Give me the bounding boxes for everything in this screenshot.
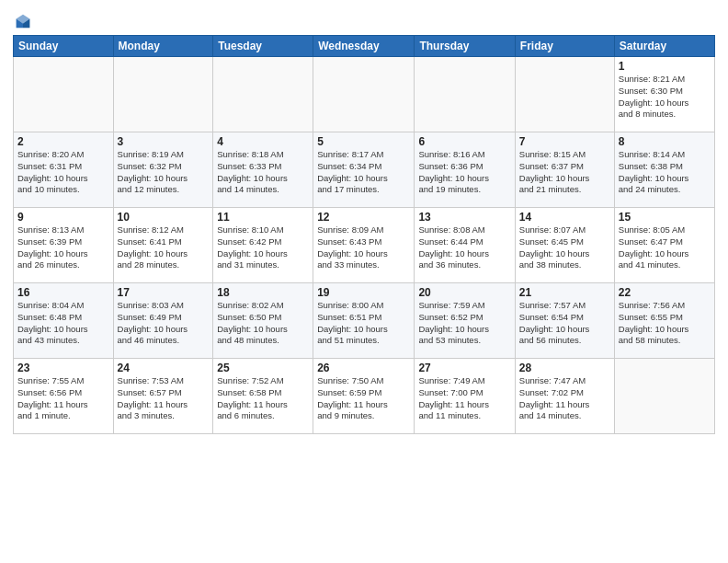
day-info: Sunrise: 7:49 AM Sunset: 7:00 PM Dayligh… xyxy=(418,375,510,422)
day-number: 1 xyxy=(619,60,711,73)
day-number: 22 xyxy=(619,286,711,299)
calendar-cell xyxy=(14,57,114,132)
day-number: 4 xyxy=(217,135,309,148)
day-number: 25 xyxy=(217,362,309,374)
calendar-cell: 16Sunrise: 8:04 AM Sunset: 6:48 PM Dayli… xyxy=(14,283,114,359)
logo-general xyxy=(13,13,31,29)
calendar-cell: 3Sunrise: 8:19 AM Sunset: 6:32 PM Daylig… xyxy=(113,132,213,208)
weekday-header-tuesday: Tuesday xyxy=(213,36,313,57)
calendar-cell: 4Sunrise: 8:18 AM Sunset: 6:33 PM Daylig… xyxy=(213,132,313,208)
day-info: Sunrise: 8:21 AM Sunset: 6:30 PM Dayligh… xyxy=(619,74,711,121)
day-info: Sunrise: 7:57 AM Sunset: 6:54 PM Dayligh… xyxy=(519,300,610,347)
calendar-cell: 24Sunrise: 7:53 AM Sunset: 6:57 PM Dayli… xyxy=(113,359,213,434)
logo xyxy=(13,13,31,29)
weekday-header-friday: Friday xyxy=(515,36,614,57)
day-number: 5 xyxy=(317,135,410,148)
calendar-cell: 15Sunrise: 8:05 AM Sunset: 6:47 PM Dayli… xyxy=(614,208,714,283)
day-info: Sunrise: 8:02 AM Sunset: 6:50 PM Dayligh… xyxy=(217,300,309,347)
weekday-header-saturday: Saturday xyxy=(614,36,714,57)
calendar-cell: 11Sunrise: 8:10 AM Sunset: 6:42 PM Dayli… xyxy=(213,208,313,283)
day-info: Sunrise: 7:47 AM Sunset: 7:02 PM Dayligh… xyxy=(519,375,610,422)
day-info: Sunrise: 8:19 AM Sunset: 6:32 PM Dayligh… xyxy=(118,149,210,196)
weekday-header-sunday: Sunday xyxy=(14,36,114,57)
calendar-cell: 9Sunrise: 8:13 AM Sunset: 6:39 PM Daylig… xyxy=(14,208,114,283)
calendar-cell: 23Sunrise: 7:55 AM Sunset: 6:56 PM Dayli… xyxy=(14,359,114,434)
calendar-cell: 18Sunrise: 8:02 AM Sunset: 6:50 PM Dayli… xyxy=(213,283,313,359)
day-number: 19 xyxy=(317,286,410,299)
day-number: 3 xyxy=(118,135,210,148)
day-info: Sunrise: 8:13 AM Sunset: 6:39 PM Dayligh… xyxy=(17,224,109,271)
calendar-cell: 19Sunrise: 8:00 AM Sunset: 6:51 PM Dayli… xyxy=(313,283,415,359)
calendar-cell: 26Sunrise: 7:50 AM Sunset: 6:59 PM Dayli… xyxy=(313,359,415,434)
day-number: 27 xyxy=(418,362,510,374)
calendar-cell xyxy=(213,57,313,132)
day-number: 26 xyxy=(317,362,410,374)
day-number: 9 xyxy=(17,211,109,224)
calendar-cell xyxy=(614,359,714,434)
calendar-cell: 25Sunrise: 7:52 AM Sunset: 6:58 PM Dayli… xyxy=(213,359,313,434)
day-number: 8 xyxy=(619,135,711,148)
day-info: Sunrise: 8:00 AM Sunset: 6:51 PM Dayligh… xyxy=(317,300,410,347)
day-info: Sunrise: 8:04 AM Sunset: 6:48 PM Dayligh… xyxy=(17,300,109,347)
day-info: Sunrise: 7:50 AM Sunset: 6:59 PM Dayligh… xyxy=(317,375,410,422)
day-number: 23 xyxy=(17,362,109,374)
calendar-cell xyxy=(515,57,614,132)
calendar-cell xyxy=(113,57,213,132)
calendar-cell xyxy=(415,57,515,132)
day-info: Sunrise: 8:10 AM Sunset: 6:42 PM Dayligh… xyxy=(217,224,309,271)
day-info: Sunrise: 7:52 AM Sunset: 6:58 PM Dayligh… xyxy=(217,375,309,422)
day-info: Sunrise: 8:09 AM Sunset: 6:43 PM Dayligh… xyxy=(317,224,410,271)
day-info: Sunrise: 8:18 AM Sunset: 6:33 PM Dayligh… xyxy=(217,149,309,196)
calendar: SundayMondayTuesdayWednesdayThursdayFrid… xyxy=(13,35,715,434)
day-info: Sunrise: 7:53 AM Sunset: 6:57 PM Dayligh… xyxy=(118,375,210,422)
day-info: Sunrise: 8:20 AM Sunset: 6:31 PM Dayligh… xyxy=(17,149,109,196)
calendar-cell: 7Sunrise: 8:15 AM Sunset: 6:37 PM Daylig… xyxy=(515,132,614,208)
calendar-cell: 22Sunrise: 7:56 AM Sunset: 6:55 PM Dayli… xyxy=(614,283,714,359)
day-number: 15 xyxy=(619,211,711,224)
calendar-cell: 13Sunrise: 8:08 AM Sunset: 6:44 PM Dayli… xyxy=(415,208,515,283)
day-info: Sunrise: 8:17 AM Sunset: 6:34 PM Dayligh… xyxy=(317,149,410,196)
day-number: 6 xyxy=(418,135,510,148)
day-info: Sunrise: 8:03 AM Sunset: 6:49 PM Dayligh… xyxy=(118,300,210,347)
day-number: 12 xyxy=(317,211,410,224)
day-number: 16 xyxy=(17,286,109,299)
day-info: Sunrise: 7:59 AM Sunset: 6:52 PM Dayligh… xyxy=(418,300,510,347)
calendar-cell: 1Sunrise: 8:21 AM Sunset: 6:30 PM Daylig… xyxy=(614,57,714,132)
calendar-cell: 28Sunrise: 7:47 AM Sunset: 7:02 PM Dayli… xyxy=(515,359,614,434)
day-number: 17 xyxy=(118,286,210,299)
calendar-cell: 6Sunrise: 8:16 AM Sunset: 6:36 PM Daylig… xyxy=(415,132,515,208)
calendar-cell: 14Sunrise: 8:07 AM Sunset: 6:45 PM Dayli… xyxy=(515,208,614,283)
day-number: 11 xyxy=(217,211,309,224)
calendar-cell: 5Sunrise: 8:17 AM Sunset: 6:34 PM Daylig… xyxy=(313,132,415,208)
weekday-header-thursday: Thursday xyxy=(415,36,515,57)
day-number: 2 xyxy=(17,135,109,148)
day-number: 18 xyxy=(217,286,309,299)
day-info: Sunrise: 8:08 AM Sunset: 6:44 PM Dayligh… xyxy=(418,224,510,271)
day-info: Sunrise: 8:05 AM Sunset: 6:47 PM Dayligh… xyxy=(619,224,711,271)
day-info: Sunrise: 8:16 AM Sunset: 6:36 PM Dayligh… xyxy=(418,149,510,196)
calendar-cell: 8Sunrise: 8:14 AM Sunset: 6:38 PM Daylig… xyxy=(614,132,714,208)
calendar-cell: 21Sunrise: 7:57 AM Sunset: 6:54 PM Dayli… xyxy=(515,283,614,359)
day-info: Sunrise: 7:56 AM Sunset: 6:55 PM Dayligh… xyxy=(619,300,711,347)
weekday-header-wednesday: Wednesday xyxy=(313,36,415,57)
calendar-cell: 10Sunrise: 8:12 AM Sunset: 6:41 PM Dayli… xyxy=(113,208,213,283)
day-number: 28 xyxy=(519,362,610,374)
day-number: 10 xyxy=(118,211,210,224)
day-info: Sunrise: 8:12 AM Sunset: 6:41 PM Dayligh… xyxy=(118,224,210,271)
day-number: 24 xyxy=(118,362,210,374)
day-number: 7 xyxy=(519,135,610,148)
day-info: Sunrise: 8:07 AM Sunset: 6:45 PM Dayligh… xyxy=(519,224,610,271)
calendar-cell: 12Sunrise: 8:09 AM Sunset: 6:43 PM Dayli… xyxy=(313,208,415,283)
day-info: Sunrise: 8:15 AM Sunset: 6:37 PM Dayligh… xyxy=(519,149,610,196)
calendar-cell: 27Sunrise: 7:49 AM Sunset: 7:00 PM Dayli… xyxy=(415,359,515,434)
day-info: Sunrise: 7:55 AM Sunset: 6:56 PM Dayligh… xyxy=(17,375,109,422)
weekday-header-monday: Monday xyxy=(113,36,213,57)
calendar-cell: 17Sunrise: 8:03 AM Sunset: 6:49 PM Dayli… xyxy=(113,283,213,359)
day-number: 21 xyxy=(519,286,610,299)
calendar-cell: 2Sunrise: 8:20 AM Sunset: 6:31 PM Daylig… xyxy=(14,132,114,208)
calendar-cell: 20Sunrise: 7:59 AM Sunset: 6:52 PM Dayli… xyxy=(415,283,515,359)
day-info: Sunrise: 8:14 AM Sunset: 6:38 PM Dayligh… xyxy=(619,149,711,196)
day-number: 14 xyxy=(519,211,610,224)
day-number: 20 xyxy=(418,286,510,299)
day-number: 13 xyxy=(418,211,510,224)
